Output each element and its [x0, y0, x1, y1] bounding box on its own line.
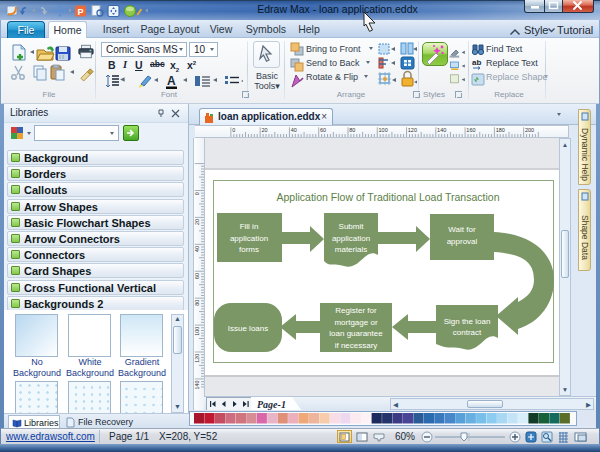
svg-text:application: application	[332, 234, 370, 243]
svg-text:Submit: Submit	[339, 222, 365, 231]
svg-text:80: 80	[349, 127, 355, 133]
svg-text:200: 200	[525, 127, 534, 133]
svg-text:140: 140	[437, 127, 446, 133]
svg-text:Wait for: Wait for	[448, 225, 476, 234]
svg-text:20: 20	[261, 127, 267, 133]
svg-text:materials: materials	[335, 245, 367, 254]
svg-text:0: 0	[232, 127, 235, 133]
svg-text:A: A	[167, 74, 176, 88]
svg-text:40: 40	[291, 127, 297, 133]
svg-text:ab: ab	[472, 58, 481, 67]
svg-text:100: 100	[379, 127, 388, 133]
svg-text:Fill in: Fill in	[240, 222, 259, 231]
svg-text:120: 120	[194, 354, 200, 363]
svg-text:60: 60	[194, 273, 200, 279]
svg-text:160: 160	[466, 127, 475, 133]
svg-text:100: 100	[194, 327, 200, 336]
svg-text:20: 20	[194, 219, 200, 225]
svg-text:Application Flow of Traditiona: Application Flow of Traditional Load Tra…	[277, 191, 500, 203]
svg-text:if necessary: if necessary	[335, 341, 378, 350]
svg-text:Register for: Register for	[335, 306, 377, 315]
svg-text:Issue loans: Issue loans	[228, 324, 268, 333]
svg-text:40: 40	[194, 246, 200, 252]
svg-text:60: 60	[320, 127, 326, 133]
svg-text:180: 180	[496, 127, 505, 133]
svg-text:loan guarantee: loan guarantee	[329, 329, 383, 338]
svg-text:application: application	[230, 234, 268, 243]
svg-text:contract: contract	[453, 328, 482, 337]
svg-text:120: 120	[408, 127, 417, 133]
svg-text:mortgage or: mortgage or	[334, 318, 377, 327]
svg-text:140: 140	[194, 381, 200, 390]
svg-text:approval: approval	[447, 237, 478, 246]
svg-text:80: 80	[194, 300, 200, 306]
svg-text:0: 0	[194, 192, 200, 195]
svg-text:Sign the loan: Sign the loan	[444, 317, 491, 326]
svg-text:forms: forms	[239, 245, 259, 254]
svg-text:P: P	[78, 7, 84, 17]
